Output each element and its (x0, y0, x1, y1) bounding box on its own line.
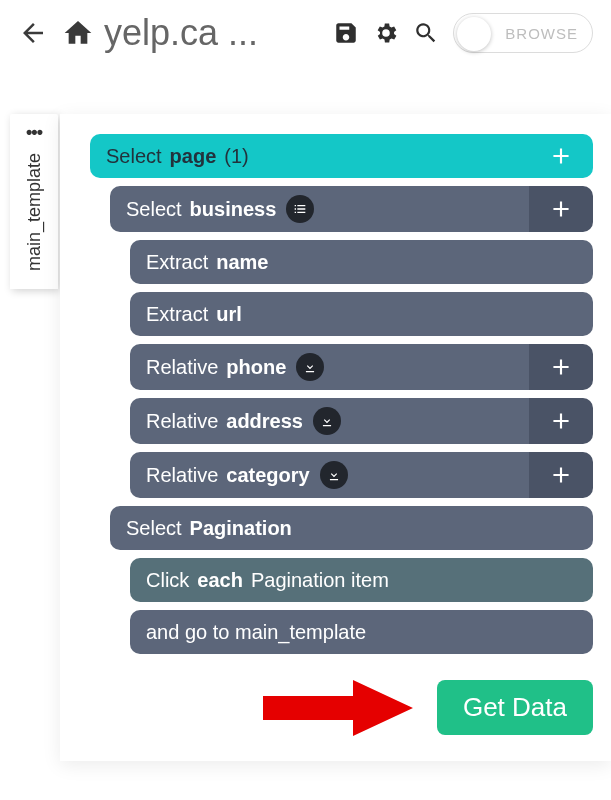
save-icon[interactable] (333, 20, 359, 46)
add-button[interactable] (529, 186, 593, 232)
cmd-relative-address[interactable]: Relative address (130, 398, 593, 444)
back-icon[interactable] (18, 18, 48, 48)
add-button[interactable] (529, 398, 593, 444)
commands-panel: Select page (1) Select business (60, 114, 611, 761)
search-icon[interactable] (413, 20, 439, 46)
cmd-select-page[interactable]: Select page (1) (90, 134, 593, 178)
cmd-click-each[interactable]: Click each Pagination item (130, 558, 593, 602)
template-tab[interactable]: ••• main_template (10, 114, 58, 289)
svg-marker-0 (263, 680, 413, 736)
home-icon[interactable] (62, 17, 94, 49)
cmd-extract-name[interactable]: Extract name (130, 240, 593, 284)
toggle-label: BROWSE (505, 25, 578, 42)
add-button[interactable] (529, 134, 593, 178)
get-data-button[interactable]: Get Data (437, 680, 593, 735)
add-button[interactable] (529, 344, 593, 390)
arrow-annotation (263, 676, 413, 740)
toggle-knob (457, 17, 491, 51)
tab-menu-icon[interactable]: ••• (26, 122, 42, 147)
download-icon (320, 461, 348, 489)
cmd-relative-phone[interactable]: Relative phone (130, 344, 593, 390)
download-icon (296, 353, 324, 381)
cmd-relative-category[interactable]: Relative category (130, 452, 593, 498)
template-tab-label: main_template (24, 147, 45, 277)
browse-toggle[interactable]: BROWSE (453, 13, 593, 53)
gear-icon[interactable] (373, 20, 399, 46)
download-icon (313, 407, 341, 435)
page-title: yelp.ca ... (104, 12, 258, 54)
cmd-goto[interactable]: and go to main_template (130, 610, 593, 654)
cmd-select-pagination[interactable]: Select Pagination (110, 506, 593, 550)
add-button[interactable] (529, 452, 593, 498)
cmd-select-business[interactable]: Select business (110, 186, 593, 232)
list-icon (286, 195, 314, 223)
app-header: yelp.ca ... BROWSE (0, 0, 611, 74)
cmd-extract-url[interactable]: Extract url (130, 292, 593, 336)
